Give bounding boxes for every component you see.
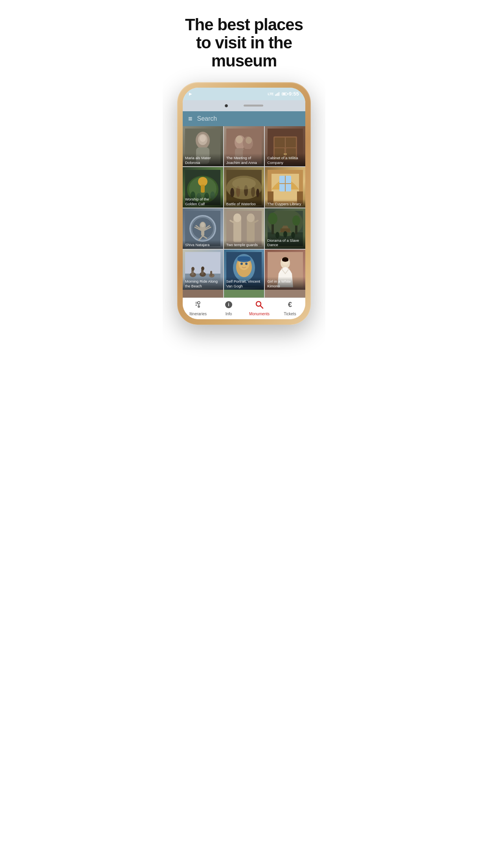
page-header: The best placesto visit in the museum — [163, 0, 325, 78]
svg-point-71 — [292, 215, 300, 226]
svg-rect-24 — [201, 185, 205, 193]
play-icon: ▶ — [189, 92, 192, 96]
svg-rect-87 — [210, 271, 212, 276]
lte-icon: LTE — [268, 92, 273, 96]
artwork-label-temple: Two temple guards — [224, 240, 264, 248]
svg-point-95 — [245, 263, 248, 265]
camera-lens — [225, 104, 228, 107]
svg-point-4 — [200, 135, 206, 142]
artworks-grid: Maria als Mater Dolorosa — [183, 126, 305, 290]
nav-item-itineraries[interactable]: Itineraries — [183, 300, 213, 316]
search-bar[interactable]: ≡ Search — [183, 111, 305, 126]
status-left: ▶ — [189, 92, 192, 96]
svg-point-69 — [268, 213, 277, 224]
svg-point-82 — [191, 267, 194, 271]
monuments-icon — [255, 300, 264, 311]
artwork-tile-battle[interactable]: Battle of Waterloo — [224, 167, 264, 208]
nav-label-info: Info — [226, 312, 232, 316]
artwork-tile-joachim[interactable]: The Meeting of Joachim and Anna — [224, 126, 264, 167]
bottom-nav: Itineraries i Info — [183, 298, 305, 319]
svg-point-35 — [251, 187, 255, 197]
svg-point-61 — [233, 213, 241, 222]
artwork-tile-morning[interactable]: Morning Ride Along the Beach — [183, 250, 223, 290]
artwork-tile-slave[interactable]: Diorama of a Slave Dance — [265, 208, 305, 249]
artwork-label-worship: Worship of the Golden Calf — [183, 195, 223, 208]
phone-mockup: ▶ LTE 9:55 — [177, 82, 311, 325]
menu-icon[interactable]: ≡ — [188, 115, 193, 122]
svg-point-8 — [236, 136, 243, 143]
artwork-label-slave: Diorama of a Slave Dance — [265, 236, 305, 249]
artwork-tile-worship[interactable]: Worship of the Golden Calf — [183, 167, 223, 208]
nav-item-tickets[interactable]: € Tickets — [275, 300, 305, 316]
artwork-tile-cabinet[interactable]: Cabinet of a Militia Company — [265, 126, 305, 167]
svg-text:i: i — [228, 302, 229, 307]
svg-point-9 — [246, 137, 252, 144]
svg-point-32 — [230, 188, 234, 197]
svg-point-50 — [201, 223, 205, 227]
speaker — [244, 105, 263, 107]
svg-point-85 — [201, 267, 204, 270]
tickets-icon: € — [286, 300, 294, 311]
nav-item-monuments[interactable]: Monuments — [244, 300, 275, 316]
svg-line-107 — [261, 306, 263, 308]
artwork-tile-temple[interactable]: Two temple guards — [224, 208, 264, 249]
artwork-label-morning: Morning Ride Along the Beach — [183, 277, 223, 290]
svg-point-62 — [247, 213, 255, 222]
nav-label-tickets: Tickets — [284, 312, 296, 316]
artwork-label-kimono: Girl in a White Kimono — [265, 277, 305, 290]
svg-point-36 — [256, 189, 259, 197]
svg-text:€: € — [288, 301, 292, 309]
partial-row — [183, 290, 305, 298]
artwork-label-battle: Battle of Waterloo — [224, 199, 264, 208]
svg-rect-101 — [282, 258, 288, 261]
clock: 9:55 — [289, 91, 299, 97]
itineraries-icon — [194, 300, 202, 311]
page-title: The best placesto visit in the museum — [171, 16, 317, 70]
artwork-label-cabinet: Cabinet of a Militia Company — [265, 153, 305, 166]
artwork-label-joachim: The Meeting of Joachim and Anna — [224, 153, 264, 166]
artwork-label-portrait: Self Portrait, Vincent Van Gogh — [224, 277, 264, 290]
phone-outer: ▶ LTE 9:55 — [177, 82, 311, 325]
artwork-label-maria: Maria als Mater Dolorosa — [183, 153, 223, 166]
nav-label-itineraries: Itineraries — [189, 312, 207, 316]
artwork-tile-portrait[interactable]: Self Portrait, Vincent Van Gogh — [224, 250, 264, 290]
artwork-label-cuypers: The Cuypers Library — [265, 199, 305, 208]
search-placeholder[interactable]: Search — [197, 115, 300, 122]
svg-point-102 — [198, 302, 200, 304]
nav-item-info[interactable]: i Info — [213, 300, 244, 316]
artwork-tile-cuypers[interactable]: The Cuypers Library — [265, 167, 305, 208]
nav-label-monuments: Monuments — [249, 312, 270, 316]
info-icon: i — [224, 300, 233, 311]
artwork-tile-maria[interactable]: Maria als Mater Dolorosa — [183, 126, 223, 167]
svg-rect-93 — [238, 257, 250, 261]
status-right: LTE 9:55 — [268, 91, 299, 97]
signal-bars — [275, 92, 279, 96]
camera-area — [183, 100, 305, 111]
status-bar: ▶ LTE 9:55 — [183, 88, 305, 100]
svg-point-94 — [240, 263, 243, 265]
phone-screen: ▶ LTE 9:55 — [183, 88, 305, 320]
artwork-tile-kimono[interactable]: Girl in a White Kimono — [265, 250, 305, 290]
artwork-tile-shiva[interactable]: Shiva Natajara — [183, 208, 223, 249]
svg-point-37 — [232, 178, 256, 189]
artwork-label-shiva: Shiva Natajara — [183, 240, 223, 248]
battery-icon — [282, 92, 287, 96]
